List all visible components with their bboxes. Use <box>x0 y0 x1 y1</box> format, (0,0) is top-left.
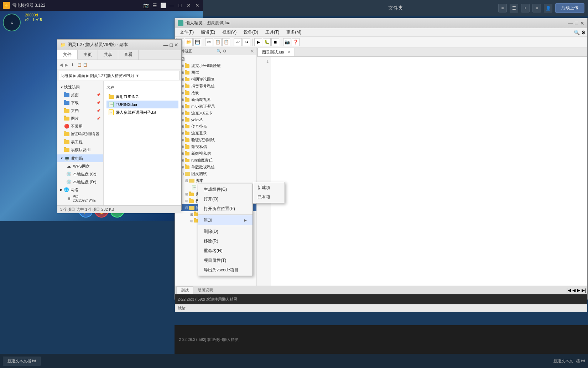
top-bar-icon-user[interactable]: 👤 <box>544 4 552 12</box>
editor-tab-tuling[interactable]: 图灵测试.lua ✕ <box>257 48 295 56</box>
ctx-generate[interactable]: 生成组件(G) <box>198 185 253 194</box>
tree-root[interactable]: 🖥 <box>175 56 256 62</box>
nav-last[interactable]: ▶| <box>582 288 586 293</box>
bottom-tab-test[interactable]: 测试 <box>176 286 193 294</box>
fe-maximize-btn[interactable]: □ <box>170 42 173 48</box>
tree-item-boke-login[interactable]: ⊞ 波克登录 <box>175 130 256 137</box>
toolbar-paste[interactable]: 📋 <box>222 38 230 46</box>
nav-next[interactable]: ▶ <box>577 288 580 293</box>
sidebar-item-captcha[interactable]: 验证码识别服务器 <box>57 130 103 138</box>
lua-toolbar-icon-1[interactable]: 🔍 <box>574 30 580 35</box>
toolbar-debug[interactable]: 🐛 <box>263 38 271 46</box>
game-icon-menu[interactable]: ☰ <box>152 2 157 8</box>
tree-item-run-xianmo[interactable]: ⊞ run仙魔青丘 <box>175 157 256 164</box>
game-icon-screen[interactable]: ⬜ <box>160 2 166 8</box>
ctx-add[interactable]: 添加 ▶ <box>198 215 253 225</box>
nav-prev[interactable]: ◀ <box>572 288 576 293</box>
fe-tab-share[interactable]: 共享 <box>98 50 118 60</box>
bottom-tab-explain[interactable]: 动脏说明 <box>193 286 218 294</box>
file-panel-close[interactable]: ✕ <box>250 48 254 54</box>
toolbar-redo[interactable]: ↪ <box>243 38 250 46</box>
ctx-remove[interactable]: 移除(R) <box>198 236 253 246</box>
game-extra-close-btn[interactable]: ✕ <box>194 2 200 8</box>
toolbar-copy[interactable]: 📋 <box>214 38 222 46</box>
fe-toolbar-forward[interactable]: ▶ <box>65 62 68 67</box>
toolbar-save[interactable]: 💾 <box>193 38 201 46</box>
sidebar-item-c[interactable]: 💿 本地磁盘 (C:) <box>57 170 103 178</box>
ctx-open[interactable]: 打开(O) <box>198 194 253 204</box>
top-bar-icon-2[interactable]: ☰ <box>510 4 518 12</box>
fe-address-bar[interactable]: 此电脑 ▶ 桌面 ▶ 图灵1.27(懒人精灵VIP版) ▼ <box>59 71 180 80</box>
sidebar-item-pc[interactable]: 🖥 PC-20220924VYE <box>57 194 103 204</box>
fe-tab-view[interactable]: 查看 <box>118 50 139 60</box>
nav-first[interactable]: |◀ <box>567 288 571 293</box>
lua-toolbar-icon-2[interactable]: ⚙ <box>581 30 586 35</box>
code-content[interactable] <box>271 57 587 286</box>
sidebar-item-network[interactable]: ▶ 🌐 网络 <box>57 186 103 194</box>
game-maximize-btn[interactable]: □ <box>177 2 183 8</box>
file-item-turing-lua[interactable]: lua TURING.lua <box>106 101 178 108</box>
menu-more[interactable]: 更多(M) <box>283 29 305 36</box>
menu-edit[interactable]: 编辑(E) <box>197 29 219 36</box>
fe-close-btn[interactable]: ✕ <box>174 42 178 48</box>
toolbar-help[interactable]: ❓ <box>292 38 300 46</box>
quick-access-header[interactable]: ▼ 快速访问 <box>57 83 103 91</box>
tree-item-boke6[interactable]: ⊞ 波克米6云卡 <box>175 110 256 117</box>
fe-toolbar-copy-icon[interactable]: 📋 <box>83 63 87 67</box>
ctx-rename[interactable]: 重命名(N) <box>198 246 253 256</box>
lua-maximize-btn[interactable]: □ <box>575 20 578 26</box>
toolbar-open[interactable]: 📂 <box>185 38 193 46</box>
sidebar-item-modules[interactable]: 易模块及dll <box>57 146 103 154</box>
toolbar-run[interactable]: ▶ <box>254 38 262 46</box>
tree-item-test[interactable]: ⊞ 测试 <box>175 69 256 76</box>
sidebar-item-docs[interactable]: 文档 📌 <box>57 107 103 114</box>
lua-minimize-btn[interactable]: — <box>568 20 573 26</box>
sidebar-item-wps[interactable]: ☁ WPS网盘 <box>57 162 103 170</box>
menu-device[interactable]: 设备(D) <box>240 29 262 36</box>
tree-item-script[interactable]: ⊟ 脚本 <box>175 177 256 184</box>
game-icon-camera[interactable]: 📷 <box>143 2 149 8</box>
top-bar-icon-menu[interactable]: ≡ <box>532 4 541 12</box>
fe-minimize-btn[interactable]: — <box>163 42 168 48</box>
file-panel-settings[interactable]: ⚙ <box>223 49 227 53</box>
game-minimize-btn[interactable]: — <box>169 2 175 8</box>
file-panel-search[interactable]: 🔍 <box>217 49 222 53</box>
fe-tab-file[interactable]: 文件 <box>57 50 78 60</box>
tree-item-mi6x[interactable]: ⊞ mi6x验证登录 <box>175 103 256 110</box>
fe-toolbar-back[interactable]: ◀ <box>59 62 63 67</box>
tree-item-tuling[interactable]: ⊟ 图灵测试 <box>175 170 256 177</box>
menu-tools[interactable]: 工具(T) <box>262 29 283 36</box>
tree-item-new-weishi[interactable]: ⊞ 新微视私信 <box>175 150 256 157</box>
sidebar-item-pics[interactable]: 图片 📌 <box>57 114 103 122</box>
taskbar-btn-1[interactable]: 新建文本文档.txt <box>3 357 41 366</box>
fe-tab-home[interactable]: 主页 <box>78 50 98 60</box>
ctx-delete[interactable]: 删除(D) <box>198 227 253 236</box>
fe-toolbar-up[interactable]: ⬆ <box>71 62 74 67</box>
fe-toolbar-nav-icon[interactable]: 📋 <box>77 63 82 67</box>
toolbar-stop[interactable]: ⏹ <box>271 38 279 46</box>
file-item-turing-folder[interactable]: 调用TURING <box>106 93 178 101</box>
ctx-open-location[interactable]: 打开所在位置(P) <box>198 204 253 214</box>
menu-view[interactable]: 视图(V) <box>219 29 240 36</box>
tab-close-tuling[interactable]: ✕ <box>287 50 290 54</box>
tree-item-weishi-msg[interactable]: ⊞ 微视私信 <box>175 143 256 150</box>
tree-item-bokeomi[interactable]: ⊞ 波克小米6新验证 <box>175 62 256 69</box>
tree-item-qianghuan[interactable]: ⊞ 抢欢 <box>175 90 256 96</box>
top-bar-icon-add[interactable]: + <box>521 4 530 12</box>
ctx-export-vscode[interactable]: 导出为vscode项目 <box>198 265 253 275</box>
upload-button[interactable]: 后续上传 <box>555 3 584 13</box>
ctx-properties[interactable]: 项目属性(T) <box>198 256 253 265</box>
menu-file[interactable]: 文件(F) <box>176 29 197 36</box>
sidebar-item-rare[interactable]: 🔴 不常用 <box>57 122 103 130</box>
toolbar-screenshot[interactable]: 📷 <box>283 38 291 46</box>
top-bar-icon-1[interactable]: ≡ <box>498 4 507 12</box>
sidebar-item-desktop[interactable]: 桌面 📌 <box>57 91 103 99</box>
tree-item-chuanqi[interactable]: ⊞ 传奇扑壳 <box>175 123 256 130</box>
submenu-existing-item[interactable]: 已有项 <box>253 193 285 202</box>
sidebar-item-d[interactable]: 💿 本地磁盘 (D:) <box>57 178 103 186</box>
tree-item-xinxian[interactable]: ⊞ 新仙魔九界 <box>175 96 256 103</box>
submenu-new-item[interactable]: 新建项 <box>253 183 285 193</box>
tree-item-douyin-msg[interactable]: ⊞ 抖音养号私信 <box>175 83 256 90</box>
toolbar-cut[interactable]: ✂ <box>205 38 213 46</box>
file-item-example[interactable]: txt 懒人多线程调用例子.txt <box>106 108 178 116</box>
